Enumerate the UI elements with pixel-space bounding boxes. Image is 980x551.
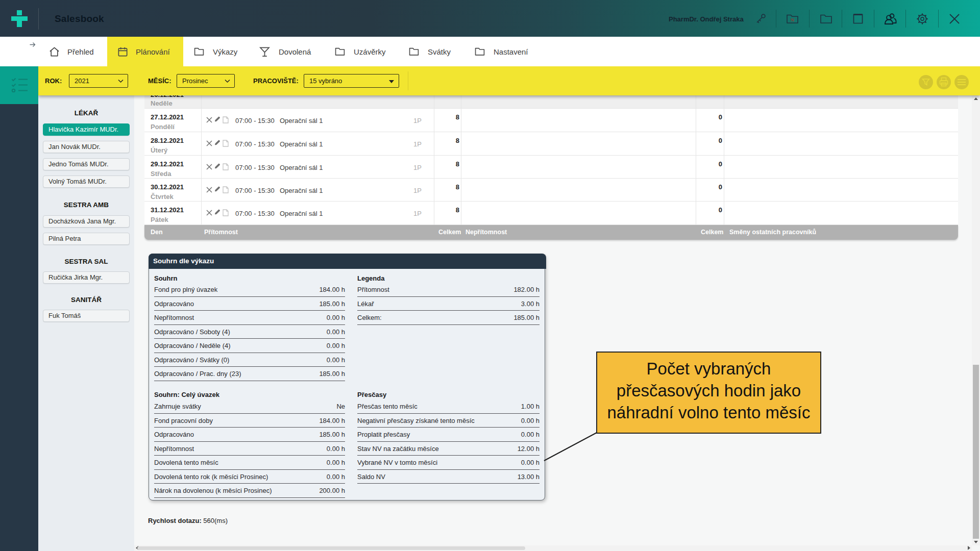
svg-text:N: N (791, 17, 794, 22)
